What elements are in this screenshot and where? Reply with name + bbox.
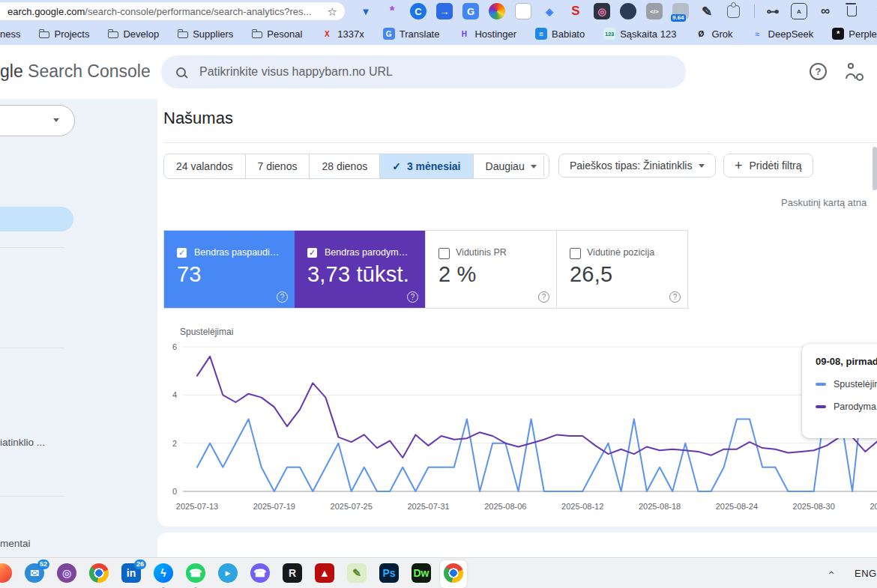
- bookmark-favicon: ≡: [535, 28, 547, 40]
- taskbar-item-image-editor-icon[interactable]: ✎: [347, 563, 367, 586]
- taskbar-item-acrobat-icon[interactable]: ▲: [315, 563, 334, 586]
- metric-help-icon[interactable]: ?: [407, 291, 418, 303]
- bookmark-favicon: Ø: [695, 28, 707, 40]
- toolbar-right-icons: ⊶A∞◔: [765, 3, 877, 19]
- url-inspect-input[interactable]: [198, 64, 671, 79]
- bookmark-item[interactable]: GTranslate: [383, 28, 440, 40]
- language-indicator[interactable]: ENG: [855, 568, 877, 579]
- taskbar-item-whatsapp-icon[interactable]: ☎: [186, 563, 205, 586]
- sidebar-item-bottom[interactable]: mentai: [0, 538, 31, 549]
- bookmark-item[interactable]: Suppliers: [178, 28, 233, 40]
- notepad-extension-icon[interactable]: [515, 3, 531, 19]
- bookmark-item[interactable]: *Perplexity: [832, 28, 877, 40]
- window-share-extension-icon[interactable]: →: [436, 3, 453, 19]
- eyedropper-extension-icon[interactable]: ✎: [699, 3, 715, 19]
- bookmark-item[interactable]: ≈DeepSeek: [752, 28, 814, 40]
- page-translate-icon[interactable]: A: [791, 3, 807, 19]
- map-pin-extension-icon[interactable]: ▼: [358, 3, 374, 19]
- acrobat-icon: ▲: [315, 563, 334, 583]
- metric-checkbox[interactable]: ✓: [177, 248, 187, 258]
- metric-card[interactable]: Vidutinė pozicija26,5?: [556, 231, 687, 308]
- chrome-icon: [89, 563, 109, 583]
- taskbar-item-telegram-icon[interactable]: ►: [218, 563, 238, 586]
- metric-checkbox[interactable]: [570, 248, 581, 259]
- flower-extension-icon[interactable]: *: [384, 3, 400, 19]
- taskbar-item-messenger-icon[interactable]: ϟ: [154, 563, 173, 586]
- check-icon: ✓: [392, 154, 401, 178]
- performance-chart[interactable]: 02462025-07-132025-07-192025-07-252025-0…: [163, 340, 877, 526]
- taskbar-item-tor-browser-icon[interactable]: ◎: [57, 563, 76, 586]
- user-settings-icon[interactable]: [846, 63, 864, 81]
- taskbar-item-r-app-icon[interactable]: R: [283, 563, 302, 586]
- bookmark-favicon: G: [383, 28, 395, 40]
- price-tag-extension-icon[interactable]: ◈: [541, 3, 558, 19]
- bookmark-item[interactable]: ness: [0, 28, 20, 40]
- translate-extension-icon[interactable]: G: [462, 3, 479, 19]
- metric-label: Bendras parodym…: [325, 247, 408, 258]
- date-range-chip[interactable]: 28 dienos: [309, 154, 379, 178]
- address-bar[interactable]: earch.google.com/search-console/performa…: [0, 2, 345, 20]
- metric-card[interactable]: ✓Bendras paspaudi…73?: [164, 231, 295, 308]
- bookmark-item[interactable]: Develop: [108, 28, 159, 40]
- color-wheel-extension-icon[interactable]: [489, 3, 505, 19]
- link-copy-icon[interactable]: ∞: [817, 3, 834, 19]
- windows-taskbar: ✉52◎in26ϟ☎►☎R▲✎PsDw › ENG: [0, 557, 877, 588]
- url-inspect-searchbox[interactable]: [161, 55, 686, 88]
- taskbar-item-dreamweaver-icon[interactable]: Dw: [412, 563, 431, 586]
- property-selector[interactable]: [0, 105, 75, 136]
- metric-checkbox[interactable]: [438, 248, 450, 259]
- taskbar-item-firefox-icon[interactable]: [0, 563, 12, 586]
- help-icon[interactable]: ?: [810, 63, 827, 80]
- bookmark-item[interactable]: ØGrok: [695, 28, 732, 40]
- price-bag-extension-icon[interactable]: 9.64: [672, 3, 689, 19]
- filter-bar: 24 valandos7 dienos28 dienos✓3 mėnesiaiD…: [163, 154, 877, 179]
- bookmark-item[interactable]: Pesonal: [252, 28, 302, 40]
- seoquake-extension-icon[interactable]: S: [567, 3, 584, 19]
- camera-extension-icon[interactable]: ◎: [594, 3, 610, 19]
- taskbar-item-linkedin-icon[interactable]: in26: [121, 563, 141, 586]
- date-range-label: 28 dienos: [322, 154, 367, 178]
- metric-card[interactable]: Vidutinis PR2 %?: [425, 231, 556, 308]
- metric-help-icon[interactable]: ?: [669, 291, 681, 303]
- bookmark-item[interactable]: X1337x: [321, 28, 364, 40]
- gsc-logo-rest: Search Console: [23, 61, 151, 81]
- metric-checkbox[interactable]: ✓: [307, 248, 317, 258]
- taskbar-badge: 26: [134, 560, 146, 569]
- tray-chevron-up-icon[interactable]: ›: [824, 571, 837, 575]
- sidebar-item-web[interactable]: iatinklio ...: [0, 437, 45, 448]
- search-type-chip[interactable]: Paieškos tipas: Žiniatinklis: [558, 154, 716, 178]
- colorzilla-extension-icon[interactable]: C: [410, 3, 427, 19]
- extensions-puzzle-icon[interactable]: [725, 3, 741, 19]
- edge-cut-icon[interactable]: ◔: [870, 3, 877, 19]
- date-range-chip[interactable]: 24 valandos: [164, 154, 245, 178]
- taskbar-item-chrome-icon[interactable]: [89, 563, 109, 586]
- taskbar-item-photoshop-icon[interactable]: Ps: [379, 563, 399, 586]
- code-extension-icon[interactable]: </>: [646, 3, 663, 19]
- metric-help-icon[interactable]: ?: [538, 291, 549, 303]
- metric-help-icon[interactable]: ?: [277, 291, 288, 303]
- password-key-icon[interactable]: ⊶: [765, 3, 781, 19]
- metric-card[interactable]: ✓Bendras parodym…3,73 tūkst.?: [295, 231, 425, 308]
- add-filter-chip[interactable]: + Pridėti filtrą: [723, 154, 813, 178]
- date-range-chip[interactable]: Daugiau: [473, 154, 549, 178]
- bookmark-label: Translate: [400, 28, 440, 40]
- bookmark-star-icon[interactable]: ☆: [328, 6, 337, 17]
- taskbar-item-chrome-active-icon[interactable]: [444, 563, 463, 586]
- taskbar-item-thunderbird-icon[interactable]: ✉52: [25, 563, 44, 586]
- date-range-chip[interactable]: 7 dienos: [245, 154, 310, 178]
- taskbar-item-viber-icon[interactable]: ☎: [250, 563, 270, 586]
- bookmark-item[interactable]: 123Sąskaita 123: [603, 28, 676, 40]
- dark-sphere-extension-icon[interactable]: [620, 3, 636, 19]
- date-range-chip[interactable]: ✓3 mėnesiai: [379, 154, 472, 178]
- whatsapp-icon: ☎: [186, 563, 205, 583]
- date-range-group: 24 valandos7 dienos28 dienos✓3 mėnesiaiD…: [163, 154, 549, 179]
- trash-icon[interactable]: [843, 3, 860, 19]
- scrollbar-thumb[interactable]: [873, 147, 877, 190]
- bookmark-item[interactable]: HHostinger: [458, 28, 516, 40]
- last-updated-text: Paskutinį kartą atna: [781, 197, 867, 208]
- bookmark-item[interactable]: Projects: [39, 28, 89, 40]
- bookmark-item[interactable]: ≡Babiato: [535, 28, 585, 40]
- trash-shape: [847, 6, 857, 16]
- sidebar-item-performance-selected[interactable]: [0, 207, 73, 231]
- gear-icon: [856, 73, 864, 81]
